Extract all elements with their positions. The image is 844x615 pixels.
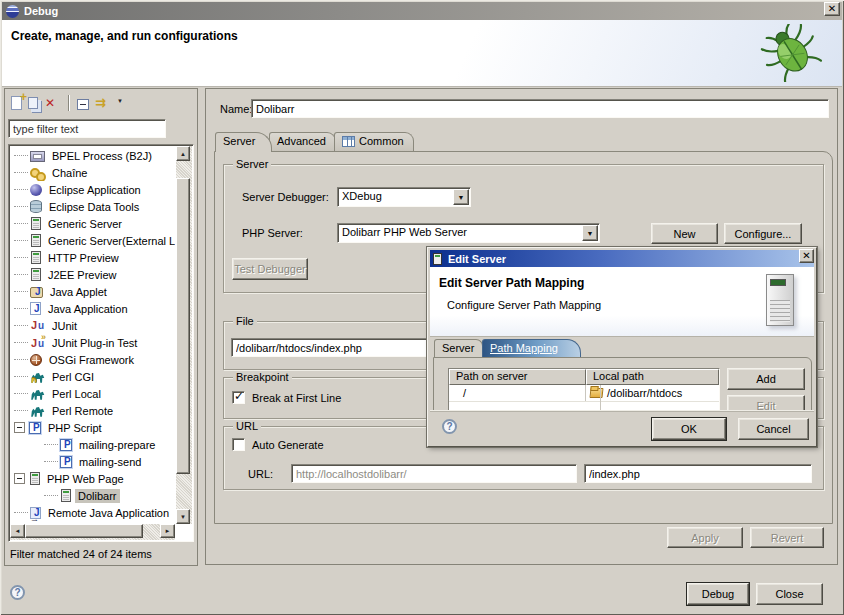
filter-input[interactable] [8,119,166,138]
break-first-line-checkbox[interactable] [232,391,245,404]
cancel-button[interactable]: Cancel [738,418,809,440]
config-tree[interactable]: BPEL Process (B2J)ChaîneEclipse Applicat… [8,144,194,542]
tree-item-label: Eclipse Data Tools [46,200,142,214]
duplicate-icon[interactable] [28,97,38,109]
collapse-all-icon[interactable] [77,99,89,110]
dialog-tab-server[interactable]: Server [434,339,483,357]
tree-item-label: Perl Remote [49,404,116,418]
tab-server[interactable]: Server [215,132,272,152]
url-path-input[interactable] [584,464,812,483]
tree-item[interactable]: HTTP Preview [10,249,175,266]
tree-item[interactable]: Eclipse Application [10,181,175,198]
tree-item[interactable]: Perl Remote [10,402,175,419]
tree-item[interactable]: PHP Web Page [10,470,175,487]
server-debugger-value: XDebug [342,190,452,202]
perl-icon [30,404,45,418]
horizontal-scroll-thumb[interactable] [25,524,143,538]
tree-item[interactable]: Generic Server(External La [10,232,175,249]
chevron-down-icon[interactable]: ▼ [582,225,598,241]
tree-vertical-scrollbar[interactable]: ▲ ▼ [176,146,192,524]
titlebar: Debug [2,2,842,20]
tree-item[interactable]: Dolibarr [10,487,175,504]
dialog-tab-path-mapping-label: Path Mapping [490,342,558,354]
window-close-button[interactable]: ✕ [824,2,840,16]
table-header-row: Path on server Local path [449,369,719,385]
dialog-close-button[interactable]: ✕ [799,249,814,263]
tab-advanced[interactable]: Advanced [269,132,336,151]
tree-collapse-icon[interactable] [14,473,25,484]
tree-item[interactable]: Perl CGI [10,368,175,385]
table-row[interactable]: / /dolibarr/htdocs [449,385,719,402]
perl-icon [30,387,45,401]
debug-button[interactable]: Debug [687,583,749,605]
osgi-icon [30,354,42,366]
tree-item[interactable]: Java Application [10,300,175,317]
delete-icon[interactable] [44,96,60,111]
name-input[interactable] [251,99,829,118]
chevron-down-icon[interactable]: ▼ [453,189,469,205]
bug-icon [760,24,824,82]
server-debugger-label: Server Debugger: [242,191,329,203]
close-button[interactable]: Close [756,583,823,605]
tree-item[interactable]: mailing-send [10,453,175,470]
tree-item-label: Java Application [45,302,131,316]
dialog-tab-path-mapping[interactable]: Path Mapping [482,339,581,357]
help-icon[interactable]: ? [10,585,25,600]
add-mapping-button[interactable]: Add [727,368,805,390]
scroll-right-icon[interactable]: ► [160,524,175,538]
apply-button[interactable]: Apply [667,527,743,548]
dialog-header-subtitle: Configure Server Path Mapping [447,299,601,311]
ok-button[interactable]: OK [652,418,726,440]
tree-line [13,198,29,215]
revert-button[interactable]: Revert [750,527,824,548]
server-debugger-combobox[interactable]: XDebug ▼ [337,187,471,207]
new-config-icon[interactable] [11,96,22,110]
dialog-header: Edit Server Path Mapping Configure Serve… [430,267,814,337]
java-remote-icon [30,507,41,519]
tree-item-label: BPEL Process (B2J) [49,149,155,163]
tree-horizontal-scrollbar[interactable]: ◄ ► [10,524,175,540]
tree-line [13,351,29,368]
tree-item[interactable]: Java Applet [10,283,175,300]
tree-item[interactable]: mailing-prepare [10,436,175,453]
tree-item[interactable]: Chaîne [10,164,175,181]
tree-line [13,283,29,300]
scroll-left-icon[interactable]: ◄ [10,524,25,538]
tree-item[interactable]: Perl Local [10,385,175,402]
dialog-help-icon[interactable]: ? [442,419,457,434]
tree-item[interactable]: »JUnit Plug-in Test [10,334,175,351]
filter-menu-icon[interactable] [95,96,111,111]
server-icon [61,489,71,502]
tree-item-label: HTTP Preview [45,251,122,265]
tree-item[interactable]: Remote Java Application [10,504,175,521]
tree-item-label: Perl Local [49,387,104,401]
vertical-scroll-thumb[interactable] [176,178,190,474]
edit-mapping-button[interactable]: Edit [727,395,805,412]
tree-item[interactable]: JUnit [10,317,175,334]
column-header-local-path[interactable]: Local path [586,369,719,385]
configurations-panel: BPEL Process (B2J)ChaîneEclipse Applicat… [4,88,198,566]
scroll-down-icon[interactable]: ▼ [176,509,190,524]
tab-common[interactable]: Common [334,132,414,151]
column-header-path-on-server[interactable]: Path on server [449,369,586,385]
php-server-combobox[interactable]: Dolibarr PHP Web Server ▼ [337,223,600,243]
dropdown-arrow-icon[interactable] [117,96,126,111]
path-mapping-table[interactable]: Path on server Local path / /dolibarr/ht… [448,368,720,412]
debug-dialog-window: Debug ✕ Create, manage, and run configur… [0,0,844,615]
tree-item[interactable]: J2EE Preview [10,266,175,283]
new-server-button[interactable]: New [651,223,718,244]
path-mapping-content: Path on server Local path / /dolibarr/ht… [433,357,812,412]
tree-item[interactable]: Eclipse Data Tools [10,198,175,215]
configure-server-button[interactable]: Configure... [724,223,802,244]
tree-item[interactable]: BPEL Process (B2J) [10,147,175,164]
tree-collapse-icon[interactable] [14,422,25,433]
tree-item[interactable]: OSGi Framework [10,351,175,368]
tree-item-label: Java Applet [47,285,110,299]
auto-generate-checkbox[interactable] [232,438,245,451]
tree-item[interactable]: Generic Server [10,215,175,232]
scroll-up-icon[interactable]: ▲ [176,146,190,161]
tree-item[interactable]: PHP Script [10,419,175,436]
test-debugger-button[interactable]: Test Debugger [232,258,308,280]
break-first-line-label: Break at First Line [252,392,341,404]
java-icon [30,302,41,315]
